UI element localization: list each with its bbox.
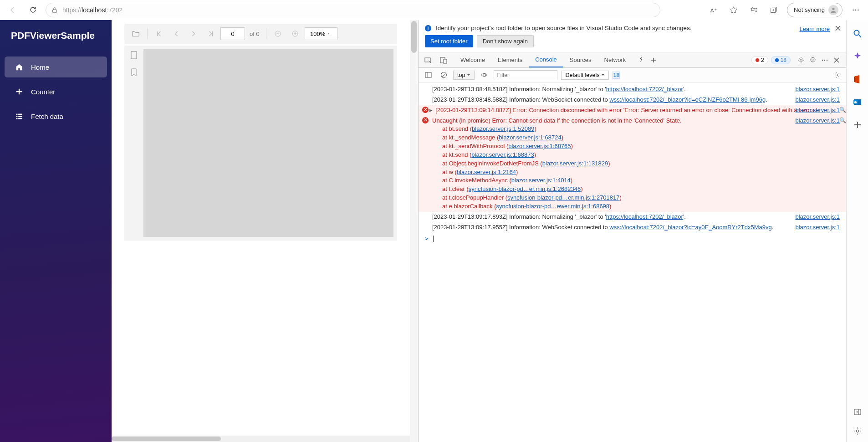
settings-icon[interactable] [795, 57, 807, 64]
sidebar-toggle-icon[interactable] [422, 72, 434, 78]
zoom-select[interactable]: 100% [305, 27, 337, 40]
tab-network[interactable]: Network [598, 52, 633, 67]
stack-link[interactable]: blazor.server.js:1:52089 [472, 125, 534, 132]
log-link[interactable]: wss://localhost:7202/_blazor?id=oCZlNZF6… [609, 96, 766, 103]
stack-link[interactable]: blazor.server.js:1:68724 [499, 134, 561, 141]
log-levels-select[interactable]: Default levels [561, 71, 609, 80]
svg-point-3 [832, 7, 834, 10]
sidebar-item-label: Home [31, 63, 49, 71]
console-prompt[interactable]: > [419, 233, 846, 245]
log-link[interactable]: https://localhost:7202/_blazor [606, 213, 683, 220]
read-aloud-icon[interactable]: A⁺ [707, 3, 720, 17]
source-link[interactable]: blazor.server.js:1 [795, 106, 840, 115]
office-icon[interactable] [852, 74, 863, 85]
stack-link[interactable]: syncfusion-blazor-pd…ewer.min.js:1:68698 [496, 203, 610, 210]
stack-link[interactable]: blazor.server.js:1:131829 [542, 160, 608, 167]
close-icon[interactable] [835, 26, 841, 31]
feedback-icon[interactable] [807, 57, 819, 64]
inspect-icon[interactable] [422, 57, 434, 64]
svg-rect-26 [425, 72, 431, 77]
console-settings-icon[interactable] [831, 72, 842, 78]
source-link[interactable]: blazor.server.js:1 [795, 85, 840, 94]
context-select[interactable]: top [453, 71, 475, 80]
svg-point-6 [858, 9, 859, 10]
favorite-icon[interactable] [727, 3, 740, 17]
log-link[interactable]: wss://localhost:7202/_blazor?id=ay0E_Aoo… [609, 224, 771, 231]
svg-point-29 [836, 74, 838, 76]
stack-link[interactable]: blazor.server.js:1:2164 [457, 169, 516, 175]
stack-link[interactable]: syncfusion-blazor-pd…er.min.js:1:2701817 [507, 194, 619, 201]
first-page-icon[interactable] [151, 26, 167, 41]
sidebar-item-fetch-data[interactable]: Fetch data [5, 106, 107, 127]
more-icon[interactable] [849, 3, 863, 17]
tab-sources[interactable]: Sources [563, 52, 598, 67]
page-number-input[interactable] [220, 27, 245, 40]
stack-link[interactable]: blazor.server.js:1:4014 [511, 177, 571, 184]
stack-link[interactable]: syncfusion-blazor-pd…er.min.js:1:2682346 [469, 185, 581, 192]
lookup-icon[interactable]: 🔍 [839, 117, 846, 124]
address-bar[interactable]: https://localhost:7202 [46, 3, 660, 17]
sidebar-item-counter[interactable]: Counter [5, 81, 107, 102]
console-output[interactable]: [2023-01-29T13:08:48.518Z] Information: … [419, 82, 846, 442]
search-icon[interactable] [852, 28, 863, 39]
more-tabs-icon[interactable] [636, 57, 648, 63]
clear-console-icon[interactable] [438, 72, 449, 78]
source-link[interactable]: blazor.server.js:1 [795, 96, 840, 104]
split-scrollbar[interactable] [410, 20, 418, 442]
svg-rect-9 [16, 116, 18, 117]
prev-page-icon[interactable] [168, 26, 184, 41]
live-expression-icon[interactable] [478, 72, 490, 78]
source-link[interactable]: blazor.server.js:1 [795, 213, 840, 221]
zoom-out-icon[interactable] [270, 26, 286, 41]
source-link[interactable]: blazor.server.js:1 [795, 223, 840, 232]
stack-link[interactable]: blazor.server.js:1:68765 [508, 143, 571, 149]
tab-console[interactable]: Console [529, 52, 563, 67]
source-link[interactable]: blazor.server.js:1 [795, 117, 840, 125]
copilot-icon[interactable] [852, 51, 863, 62]
set-root-button[interactable]: Set root folder [425, 35, 473, 47]
page-thumbnail-icon[interactable] [130, 51, 138, 59]
open-file-icon[interactable] [128, 26, 143, 41]
svg-point-30 [854, 31, 859, 36]
svg-rect-2 [771, 8, 776, 12]
add-tab-icon[interactable] [648, 57, 659, 63]
expand-icon[interactable]: ▸ [429, 106, 433, 115]
refresh-button[interactable] [26, 3, 40, 17]
sidebar-item-home[interactable]: Home [5, 57, 107, 77]
tab-welcome[interactable]: Welcome [454, 52, 491, 67]
filter-input[interactable] [494, 70, 557, 80]
log-row: ✕▸ [2023-01-29T13:09:14.887Z] Error: Con… [419, 105, 846, 116]
close-devtools-icon[interactable] [831, 57, 842, 63]
log-link[interactable]: https://localhost:7202/_blazor [606, 86, 683, 93]
outlook-icon[interactable] [852, 97, 863, 108]
menu-icon[interactable] [819, 57, 831, 64]
info-count-badge[interactable]: 18 [771, 56, 791, 64]
page-total-label: of 0 [250, 31, 260, 37]
issues-badge[interactable]: 18 [613, 72, 620, 79]
back-button[interactable] [5, 3, 20, 17]
dont-show-button[interactable]: Don't show again [477, 35, 534, 47]
edge-settings-icon[interactable] [852, 426, 863, 437]
stack-link[interactable]: blazor.server.js:1:68873 [471, 151, 534, 158]
favorites-list-icon[interactable] [747, 3, 761, 17]
pdf-canvas[interactable] [143, 49, 393, 237]
zoom-in-icon[interactable] [287, 26, 303, 41]
collections-icon[interactable] [767, 3, 781, 17]
devtools-panel: i Identify your project's root folder to… [418, 20, 846, 442]
device-toggle-icon[interactable] [438, 57, 449, 64]
info-icon: i [425, 25, 431, 31]
collapse-sidebar-icon[interactable] [852, 406, 863, 417]
bookmark-icon[interactable] [131, 68, 137, 77]
horizontal-scrollbar[interactable] [112, 436, 410, 442]
app-sidebar: PDFViewerSample Home Counter Fetch data [0, 20, 112, 442]
tab-elements[interactable]: Elements [491, 52, 529, 67]
next-page-icon[interactable] [186, 26, 201, 41]
learn-more-link[interactable]: Learn more [800, 26, 830, 32]
log-row: [2023-01-29T13:09:17.955Z] Information: … [419, 222, 846, 233]
profile-sync-button[interactable]: Not syncing [787, 3, 842, 17]
add-extension-icon[interactable] [852, 119, 863, 130]
last-page-icon[interactable] [203, 26, 219, 41]
lookup-icon[interactable]: 🔍 [839, 106, 846, 114]
svg-point-21 [812, 59, 812, 60]
error-count-badge[interactable]: 2 [751, 56, 768, 64]
